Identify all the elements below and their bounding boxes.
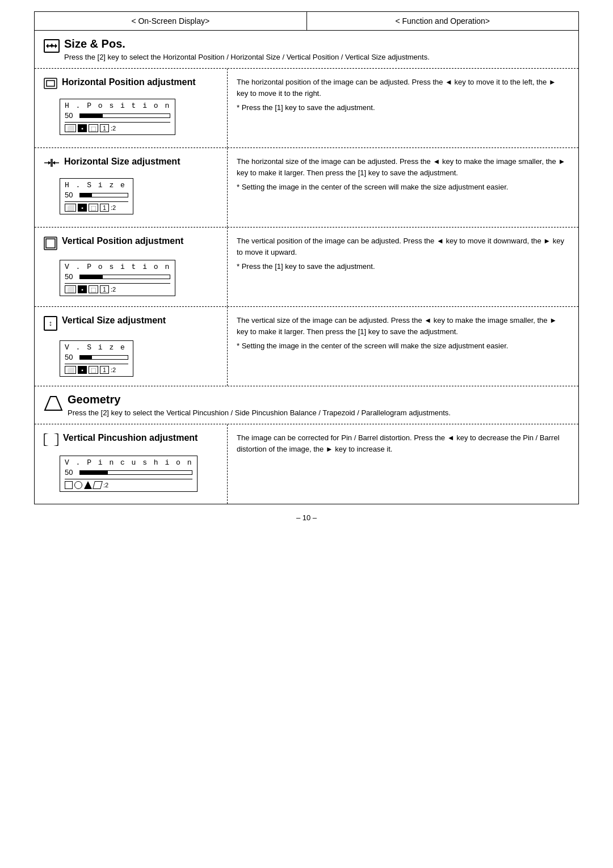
icon-copy: ⬚ — [89, 124, 98, 132]
v-size-note: * Setting the image in the center of the… — [237, 340, 569, 352]
h-position-osd-icons: ⬜ ▪ ⬚ 1 :2 — [65, 122, 170, 132]
svg-text:↕: ↕ — [49, 319, 53, 327]
v-position-title: Vertical Position adjustment — [62, 235, 183, 247]
header-row: < On-Screen Display> < Function and Oper… — [35, 12, 578, 31]
geometry-title: Geometry — [68, 393, 569, 406]
icon-monitor-solid: ▪ — [78, 124, 87, 132]
icon-parallelogram — [93, 481, 103, 489]
v-position-icon — [44, 237, 57, 253]
page-container: < On-Screen Display> < Function and Oper… — [34, 11, 579, 504]
h-position-osd-label: H . P o s i t i o n — [65, 102, 170, 110]
h-position-bar-fill — [80, 114, 103, 117]
v-position-bar-fill — [80, 275, 103, 279]
icon-monitor-solid4: ▪ — [78, 366, 87, 374]
h-position-title: Horizontal Position adjustment — [62, 77, 196, 89]
colon-2e: :2 — [103, 482, 108, 488]
size-pos-desc: Press the [2] key to select the Horizont… — [64, 53, 569, 61]
v-size-left: ↕ Vertical Size adjustment V . S i z e 5… — [35, 307, 228, 386]
v-pincushion-desc: The image can be corrected for Pin / Bar… — [237, 432, 569, 454]
h-position-row: Horizontal Position adjustment H . P o s… — [35, 69, 578, 148]
h-size-row: Horizontal Size adjustment H . S i z e 5… — [35, 148, 578, 227]
v-pincushion-bar — [79, 470, 192, 475]
v-pincushion-osd: V . P i n c u s h i o n 50 :2 — [60, 456, 198, 492]
v-position-osd-icons: ⬜ ▪ ⬚ 1 :2 — [65, 283, 170, 293]
v-position-osd: V . P o s i t i o n 50 ⬜ ▪ ⬚ 1 :2 — [60, 260, 175, 296]
icon-triangle — [84, 481, 92, 489]
icon-num3: 1 — [100, 285, 109, 293]
page-number: – 10 – — [296, 513, 317, 522]
colon-2b: :2 — [111, 204, 116, 211]
v-size-row: ↕ Vertical Size adjustment V . S i z e 5… — [35, 307, 578, 386]
h-position-right: The horizontal position of the image can… — [228, 69, 578, 148]
v-position-left: Vertical Position adjustment V . P o s i… — [35, 227, 228, 306]
h-size-title: Horizontal Size adjustment — [64, 156, 180, 168]
h-size-osd-icons: ⬜ ▪ ⬚ 1 :2 — [65, 201, 128, 212]
icon-circle — [74, 481, 82, 489]
h-position-value: 50 — [65, 111, 77, 120]
icon-num2: 1 — [100, 204, 109, 212]
h-size-note: * Setting the image in the center of the… — [237, 182, 569, 193]
icon-monitor-solid3: ▪ — [78, 285, 87, 293]
h-size-osd: H . S i z e 50 ⬜ ▪ ⬚ 1 :2 — [60, 178, 133, 214]
colon-2: :2 — [111, 125, 116, 132]
v-size-value: 50 — [65, 353, 77, 361]
h-size-left: Horizontal Size adjustment H . S i z e 5… — [35, 148, 228, 227]
icon-num: 1 — [100, 124, 109, 132]
size-pos-title: Size & Pos. — [64, 37, 569, 50]
geometry-icon — [44, 394, 63, 411]
colon-2d: :2 — [111, 366, 116, 373]
h-position-bar — [79, 113, 170, 118]
icon-monitor3: ⬜ — [65, 285, 76, 293]
icon-monitor: ⬜ — [65, 124, 76, 132]
size-pos-icon: ✦ — [44, 39, 60, 53]
h-size-osd-label: H . S i z e — [65, 181, 128, 189]
h-position-osd: H . P o s i t i o n 50 ⬜ ▪ ⬚ 1 :2 — [60, 99, 175, 135]
v-pincushion-icon — [44, 433, 58, 449]
h-position-note: * Press the [1] key to save the adjustme… — [237, 102, 569, 113]
v-pincushion-row: Vertical Pincushion adjustment V . P i n… — [35, 424, 578, 504]
v-position-osd-label: V . P o s i t i o n — [65, 263, 170, 271]
v-size-bar-fill — [80, 356, 92, 359]
icon-copy2: ⬚ — [89, 204, 98, 212]
v-size-title: Vertical Size adjustment — [62, 315, 166, 327]
v-size-icon: ↕ — [44, 316, 57, 334]
h-position-icon — [44, 78, 57, 92]
icon-num4: 1 — [100, 366, 109, 374]
v-pincushion-osd-label: V . P i n c u s h i o n — [65, 458, 192, 467]
h-size-bar-fill — [80, 193, 92, 197]
icon-copy3: ⬚ — [89, 285, 98, 293]
svg-rect-12 — [46, 239, 55, 248]
v-pincushion-value: 50 — [65, 468, 77, 477]
v-pincushion-title: Vertical Pincushion adjustment — [63, 432, 198, 444]
v-size-osd-label: V . S i z e — [65, 343, 128, 352]
svg-rect-4 — [47, 81, 54, 86]
v-position-bar — [79, 275, 170, 279]
page-footer: – 10 – — [296, 513, 317, 522]
icon-monitor2: ⬜ — [65, 204, 76, 212]
h-size-desc: The horizontal size of the image can be … — [237, 156, 569, 178]
v-size-osd-icons: ⬜ ▪ ⬚ 1 :2 — [65, 364, 128, 374]
h-size-right: The horizontal size of the image can be … — [228, 148, 578, 227]
size-pos-section: ✦ Size & Pos. Press the [2] key to selec… — [35, 31, 578, 69]
header-left: < On-Screen Display> — [35, 12, 307, 30]
v-pincushion-bar-fill — [80, 471, 108, 474]
icon-square — [65, 481, 73, 489]
h-position-desc: The horizontal position of the image can… — [237, 77, 569, 99]
v-size-bar — [79, 355, 128, 360]
size-pos-content: Size & Pos. Press the [2] key to select … — [64, 37, 569, 61]
v-position-value: 50 — [65, 272, 77, 281]
svg-marker-15 — [45, 397, 62, 410]
icon-monitor-solid2: ▪ — [78, 204, 87, 212]
h-size-icon — [44, 157, 60, 171]
h-position-left: Horizontal Position adjustment H . P o s… — [35, 69, 228, 148]
geometry-content: Geometry Press the [2] key to select the… — [68, 393, 569, 417]
geometry-desc: Press the [2] key to select the Vertical… — [68, 408, 569, 417]
v-position-note: * Press the [1] key to save the adjustme… — [237, 261, 569, 272]
v-pincushion-left: Vertical Pincushion adjustment V . P i n… — [35, 424, 228, 504]
v-position-desc: The vertical position of the image can b… — [237, 235, 569, 258]
v-size-osd: V . S i z e 50 ⬜ ▪ ⬚ 1 :2 — [60, 340, 133, 377]
h-size-bar — [79, 193, 128, 197]
v-position-row: Vertical Position adjustment V . P o s i… — [35, 227, 578, 307]
v-position-right: The vertical position of the image can b… — [228, 227, 578, 306]
colon-2c: :2 — [111, 286, 116, 293]
